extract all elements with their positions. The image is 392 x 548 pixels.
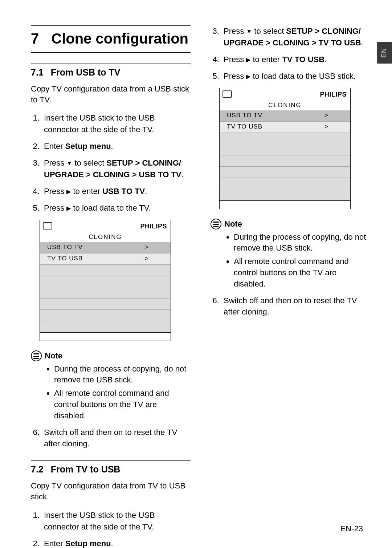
section-7-2-steps-cont: Press ▼ to select SETUP > CLONING/ UPGRA… (211, 25, 370, 82)
section-7-2-steps: Insert the USB stick to the USB connecto… (31, 510, 191, 548)
menu-row-blank (40, 287, 171, 299)
section-7-2-heading: 7.2 From TV to USB (31, 460, 191, 475)
menu-footer (40, 332, 171, 341)
section-7-1-heading: 7.1 From USB to TV (31, 64, 191, 78)
note-bullet: During the process of copying, do not re… (234, 232, 370, 254)
step-item: Press ▼ to select SETUP > CLONING/ UPGRA… (221, 25, 370, 49)
note-icon (31, 350, 42, 361)
step-item: Press ▶ to load data to the TV. (42, 202, 191, 214)
note-bullet: All remote control command and control b… (54, 388, 191, 421)
menu-rows: USB TO TV > TV TO USB > (220, 110, 350, 200)
note-heading: Note (224, 219, 242, 229)
right-column: Press ▼ to select SETUP > CLONING/ UPGRA… (211, 25, 370, 548)
note-icon (211, 219, 221, 230)
menu-row-blank (220, 133, 350, 144)
step-item: Insert the USB stick to the USB connecto… (42, 112, 191, 135)
menu-rows: USB TO TV > TV TO USB > (40, 242, 171, 332)
right-icon: ▶ (66, 205, 71, 211)
note-block: Note During the process of copying, do n… (31, 350, 191, 422)
brand-label: PHILIPS (320, 91, 347, 98)
step-item: Press ▶ to load data to the USB stick. (221, 70, 370, 82)
note-heading: Note (45, 351, 62, 361)
usb-icon (42, 222, 53, 230)
note-bullet: During the process of copying, do not re… (54, 364, 191, 386)
language-tab: EN (377, 42, 392, 64)
menu-row-blank (40, 321, 171, 332)
menu-row-usb-to-tv[interactable]: USB TO TV > (220, 110, 350, 122)
section-number: 7.2 (31, 464, 44, 475)
right-icon: ▶ (246, 57, 250, 63)
menu-row-blank (40, 310, 171, 321)
menu-row-blank (220, 167, 350, 178)
menu-row-usb-to-tv[interactable]: USB TO TV > (40, 242, 171, 253)
language-tab-label: EN (380, 48, 388, 57)
chapter-title: Clone configuration (51, 31, 188, 47)
menu-row-blank (40, 265, 171, 276)
step-item: Switch off and then on to reset the TV a… (221, 295, 370, 318)
section-title-text: From USB to TV (51, 67, 121, 78)
usb-icon (222, 90, 233, 98)
menu-row-blank (220, 189, 350, 200)
down-icon: ▼ (246, 28, 252, 34)
note-bullets: During the process of copying, do not re… (45, 364, 191, 422)
cloning-menu-screenshot: PHILIPS CLONING USB TO TV > TV TO USB > (219, 88, 351, 209)
step-item: Insert the USB stick to the USB connecto… (42, 510, 191, 533)
section-number: 7.1 (31, 67, 44, 78)
page-number: EN-23 (340, 524, 363, 533)
menu-row-blank (40, 276, 171, 287)
chapter-number: 7 (31, 31, 39, 47)
step-item: Press ▼ to select SETUP > CLONING/ UPGRA… (42, 157, 191, 180)
menu-row-blank (40, 299, 171, 310)
menu-footer (220, 200, 350, 209)
brand-label: PHILIPS (140, 223, 167, 230)
menu-row-blank (220, 178, 350, 189)
cloning-menu-screenshot: PHILIPS CLONING USB TO TV > TV TO USB > (40, 220, 171, 341)
section-7-1-intro: Copy TV configuration data from a USB st… (31, 84, 191, 105)
chapter-heading: 7 Clone configuration (31, 25, 191, 53)
section-7-2-intro: Copy TV configuration data from TV to US… (31, 480, 191, 502)
menu-row-tv-to-usb[interactable]: TV TO USB > (220, 122, 350, 133)
note-bullets: During the process of copying, do not re… (225, 232, 370, 290)
left-column: 7 Clone configuration 7.1 From USB to TV… (31, 25, 191, 548)
section-title-text: From TV to USB (51, 464, 121, 475)
section-7-1-steps-cont: Switch off and then on to reset the TV a… (31, 427, 191, 450)
menu-row-blank (220, 144, 350, 155)
step-item: Enter Setup menu. (42, 141, 191, 152)
manual-page: EN 7 Clone configuration 7.1 From USB to… (0, 0, 392, 548)
note-block: Note During the process of copying, do n… (211, 219, 370, 290)
step-item: Press ▶ to enter TV TO USB. (221, 54, 370, 65)
step-item: Press ▶ to enter USB TO TV. (42, 186, 191, 197)
down-icon: ▼ (66, 160, 72, 166)
right-icon: ▶ (66, 188, 71, 195)
menu-title: CLONING (40, 232, 171, 242)
step-item: Enter Setup menu. (42, 538, 191, 548)
menu-row-tv-to-usb[interactable]: TV TO USB > (40, 253, 171, 265)
menu-title: CLONING (220, 100, 350, 110)
menu-row-blank (220, 155, 350, 167)
section-7-1-steps: Insert the USB stick to the USB connecto… (31, 112, 191, 214)
right-icon: ▶ (246, 73, 250, 80)
note-bullet: All remote control command and control b… (234, 256, 370, 289)
step-item: Switch off and then on to reset the TV a… (42, 427, 191, 450)
section-7-2-steps-final: Switch off and then on to reset the TV a… (211, 295, 370, 318)
